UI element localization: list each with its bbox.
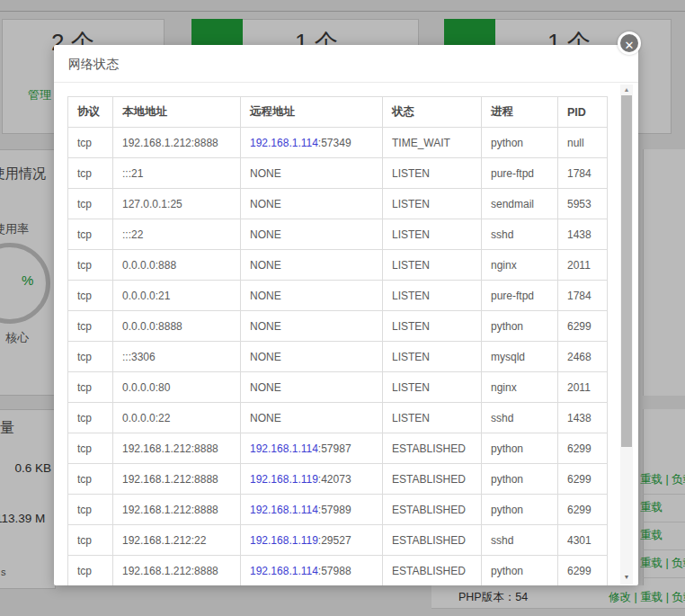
cell-process: mysqld xyxy=(482,342,558,372)
cell-protocol: tcp xyxy=(68,342,113,372)
scrollbar-up-icon[interactable]: ▲ xyxy=(620,85,633,95)
cell-process: sshd xyxy=(482,219,558,250)
cell-local-address: :::3306 xyxy=(113,342,241,372)
table-row: tcp 192.168.1.212:8888 192.168.1.114:579… xyxy=(68,495,608,525)
remote-port: :57989 xyxy=(318,504,351,516)
remote-ip-link[interactable]: 192.168.1.119 xyxy=(250,534,318,547)
cell-local-address: 192.168.1.212:8888 xyxy=(113,495,241,525)
cell-protocol: tcp xyxy=(68,128,113,158)
remote-ip-link[interactable]: 192.168.1.114 xyxy=(250,504,318,516)
cell-status: LISTEN xyxy=(383,403,482,433)
remote-ip-link[interactable]: 192.168.1.119 xyxy=(250,473,318,486)
cell-process: python xyxy=(482,464,558,495)
cell-protocol: tcp xyxy=(68,311,113,342)
table-row: tcp 192.168.1.212:8888 192.168.1.119:420… xyxy=(68,464,608,495)
cell-protocol: tcp xyxy=(68,556,113,586)
cell-protocol: tcp xyxy=(68,158,113,189)
cell-status: LISTEN xyxy=(383,311,482,342)
table-header-row: 协议 本地地址 远程地址 状态 进程 PID xyxy=(68,97,608,128)
remote-port: :57987 xyxy=(318,442,351,455)
cell-process: nginx xyxy=(482,372,558,403)
cell-process: python xyxy=(482,128,558,158)
cell-process: python xyxy=(482,495,558,525)
cell-protocol: tcp xyxy=(68,372,113,403)
table-row: tcp 0.0.0.0:22 NONE LISTEN sshd 1438 xyxy=(68,403,608,433)
cell-remote-address: NONE xyxy=(241,342,383,372)
cell-pid: 6299 xyxy=(558,311,608,342)
cell-protocol: tcp xyxy=(68,433,113,464)
table-row: tcp :::3306 NONE LISTEN mysqld 2468 xyxy=(68,342,608,372)
cell-local-address: 192.168.1.212:8888 xyxy=(113,128,241,158)
cell-protocol: tcp xyxy=(68,250,113,281)
col-header-status: 状态 xyxy=(383,97,482,128)
col-header-local-address: 本地地址 xyxy=(113,97,241,128)
cell-protocol: tcp xyxy=(68,281,113,311)
cell-protocol: tcp xyxy=(68,525,113,556)
remote-ip-link[interactable]: 192.168.1.114 xyxy=(250,565,318,577)
cell-status: LISTEN xyxy=(383,372,482,403)
table-row: tcp 192.168.1.212:22 192.168.1.119:29527… xyxy=(68,525,608,556)
remote-ip-link[interactable]: 192.168.1.114 xyxy=(250,442,318,455)
table-row: tcp 0.0.0.0:8888 NONE LISTEN python 6299 xyxy=(68,311,608,342)
cell-pid: 2011 xyxy=(558,250,608,281)
cell-pid: 6299 xyxy=(558,433,608,464)
page: 2 个 1 个 1 个 管理 使用情况 使用率 % 核心 量 0.6 KB 11… xyxy=(0,0,685,616)
cell-pid: 6299 xyxy=(558,556,608,586)
cell-status: LISTEN xyxy=(383,158,482,189)
remote-port: :42073 xyxy=(318,473,351,486)
table-row: tcp 0.0.0.0:80 NONE LISTEN nginx 2011 xyxy=(68,372,608,403)
cell-remote-address: NONE xyxy=(241,403,383,433)
dialog-body: 协议 本地地址 远程地址 状态 进程 PID tcp 192.168.1.212… xyxy=(54,83,638,585)
cell-protocol: tcp xyxy=(68,403,113,433)
table-row: tcp :::21 NONE LISTEN pure-ftpd 1784 xyxy=(68,158,608,189)
cell-remote-address: 192.168.1.114:57349 xyxy=(241,128,383,158)
cell-status: LISTEN xyxy=(383,250,482,281)
scrollbar-thumb[interactable] xyxy=(621,95,632,447)
cell-local-address: 0.0.0.0:21 xyxy=(113,281,241,311)
cell-process: sshd xyxy=(482,525,558,556)
scrollbar-down-icon[interactable]: ▼ xyxy=(620,572,633,583)
remote-ip-link[interactable]: 192.168.1.114 xyxy=(250,137,318,149)
cell-local-address: 0.0.0.0:22 xyxy=(113,403,241,433)
table-row: tcp 127.0.0.1:25 NONE LISTEN sendmail 59… xyxy=(68,189,608,219)
cell-remote-address: 192.168.1.119:42073 xyxy=(241,464,383,495)
table-row: tcp 0.0.0.0:888 NONE LISTEN nginx 2011 xyxy=(68,250,608,281)
scrollbar[interactable]: ▲ ▼ xyxy=(620,85,633,585)
cell-protocol: tcp xyxy=(68,219,113,250)
table-row: tcp 192.168.1.212:8888 192.168.1.114:579… xyxy=(68,556,608,586)
cell-local-address: :::21 xyxy=(113,158,241,189)
cell-status: TIME_WAIT xyxy=(383,128,482,158)
cell-pid: 6299 xyxy=(558,495,608,525)
col-header-process: 进程 xyxy=(482,97,558,128)
cell-protocol: tcp xyxy=(68,189,113,219)
cell-pid: 4301 xyxy=(558,525,608,556)
cell-status: ESTABLISHED xyxy=(383,525,482,556)
cell-status: LISTEN xyxy=(383,219,482,250)
dialog-title: 网络状态 xyxy=(68,45,119,83)
cell-local-address: 0.0.0.0:888 xyxy=(113,250,241,281)
cell-pid: 5953 xyxy=(558,189,608,219)
table-row: tcp 192.168.1.212:8888 192.168.1.114:579… xyxy=(68,433,608,464)
cell-status: LISTEN xyxy=(383,342,482,372)
cell-local-address: 192.168.1.212:8888 xyxy=(113,556,241,586)
remote-port: :29527 xyxy=(318,534,351,547)
cell-remote-address: NONE xyxy=(241,372,383,403)
table-row: tcp 0.0.0.0:21 NONE LISTEN pure-ftpd 178… xyxy=(68,281,608,311)
cell-pid: 1784 xyxy=(558,158,608,189)
table-row: tcp :::22 NONE LISTEN sshd 1438 xyxy=(68,219,608,250)
close-icon[interactable]: ✕ xyxy=(618,31,641,55)
cell-protocol: tcp xyxy=(68,495,113,525)
cell-process: sendmail xyxy=(482,189,558,219)
cell-process: python xyxy=(482,433,558,464)
col-header-pid: PID xyxy=(558,97,608,128)
cell-process: nginx xyxy=(482,250,558,281)
cell-pid: 6299 xyxy=(558,464,608,495)
table-row: tcp 192.168.1.212:8888 192.168.1.114:573… xyxy=(68,128,608,158)
cell-process: python xyxy=(482,556,558,586)
cell-remote-address: 192.168.1.114:57987 xyxy=(241,433,383,464)
cell-status: LISTEN xyxy=(383,189,482,219)
cell-pid: 1784 xyxy=(558,281,608,311)
cell-process: sshd xyxy=(482,403,558,433)
cell-pid: null xyxy=(558,128,608,158)
cell-remote-address: 192.168.1.114:57989 xyxy=(241,495,383,525)
